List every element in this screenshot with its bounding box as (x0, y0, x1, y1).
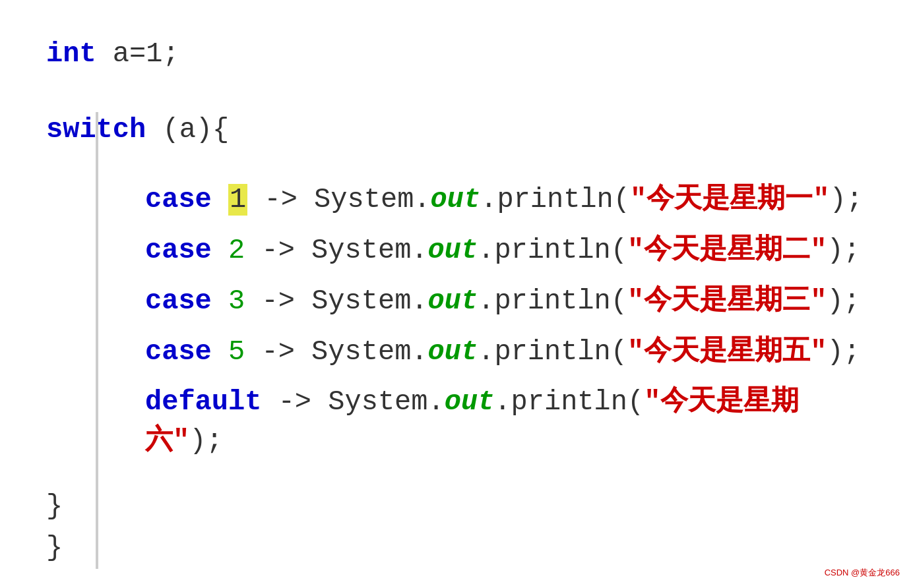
keyword-case-5: case (145, 336, 212, 368)
end-2: ); (827, 235, 860, 266)
watermark: CSDN @黄金龙666 (825, 567, 900, 579)
line-int: int a=1; (46, 36, 867, 73)
arrow-default: -> (278, 386, 329, 418)
out-1: out (431, 184, 481, 216)
keyword-case-1: case (145, 184, 212, 216)
case-number-3: 3 (228, 285, 245, 317)
end-5: ); (827, 336, 860, 368)
keyword-default: default (145, 386, 261, 418)
case-line-2: case 2 -> System.out.println("今天是星期二"); (145, 231, 867, 270)
end-3: ); (827, 285, 860, 317)
out-5: out (428, 336, 478, 368)
keyword-int: int (46, 38, 96, 70)
code-container: int a=1; switch (a){ case 1 -> System.ou… (0, 0, 913, 588)
system-2: System. (311, 235, 427, 266)
println-3: .println( (478, 285, 627, 317)
end-1: ); (829, 184, 862, 216)
string-2: "今天是星期二" (627, 235, 827, 266)
println-default: .println( (494, 386, 644, 418)
switch-block: switch (a){ case 1 -> System.out.println… (46, 112, 867, 569)
case-line-3: case 3 -> System.out.println("今天是星期三"); (145, 282, 867, 321)
line-switch: switch (a){ (46, 112, 867, 148)
case-number-5: 5 (228, 336, 245, 368)
arrow-2: -> (261, 235, 311, 266)
println-2: .println( (478, 235, 627, 266)
system-default: System. (328, 386, 444, 418)
keyword-case-3: case (145, 285, 212, 317)
arrow-3: -> (261, 285, 294, 317)
end-default: ); (189, 425, 222, 457)
system-3: System. (311, 285, 427, 317)
closing-braces: } } (46, 486, 867, 569)
line2-rest: (a){ (146, 114, 229, 146)
string-5: "今天是星期五" (627, 336, 827, 368)
arrow-5: -> (261, 336, 311, 368)
arrow-1: -> (264, 184, 314, 216)
case-number-1: 1 (228, 184, 247, 216)
case-line-5: case 5 -> System.out.println("今天是星期五"); (145, 333, 867, 372)
brace-line-1: } (46, 486, 867, 527)
case-line-1: case 1 -> System.out.println("今天是星期一"); (145, 181, 867, 220)
keyword-case-2: case (145, 235, 212, 266)
cases-block: case 1 -> System.out.println("今天是星期一"); … (46, 161, 867, 479)
out-2: out (428, 235, 478, 266)
string-3: "今天是星期三" (627, 285, 827, 317)
brace-line-2: } (46, 527, 867, 569)
line1-rest: a=1; (96, 38, 179, 70)
out-3: out (428, 285, 478, 317)
println-1: .println( (480, 184, 630, 216)
case-number-2: 2 (228, 235, 245, 266)
system-1: System. (314, 184, 430, 216)
println-5: .println( (478, 336, 627, 368)
left-border (96, 112, 98, 569)
string-1: "今天是星期一" (630, 184, 829, 216)
system-5: System. (311, 336, 427, 368)
case-line-default: default -> System.out.println("今天是星期六"); (145, 383, 867, 461)
out-default: out (445, 386, 495, 418)
